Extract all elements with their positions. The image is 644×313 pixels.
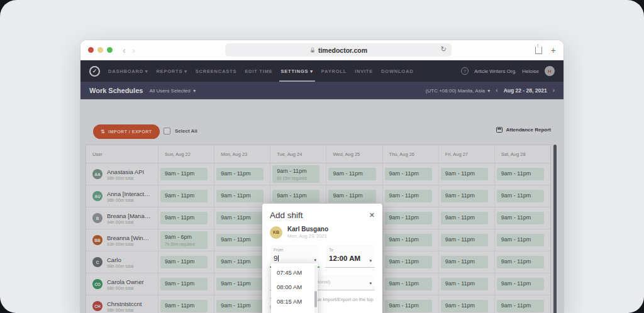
chrome-actions: + [535,46,556,55]
browser-window: ‹ › 🔒 timedoctor.com ↻ + ✓ DASHBOARD ▾RE… [80,40,564,313]
modal-header: Add shift ✕ [270,211,375,220]
web-page: ✓ DASHBOARD ▾REPORTS ▾SCREENCASTSEDIT TI… [80,60,564,313]
person-name: Karl Busgano [287,226,328,233]
address-bar[interactable]: 🔒 timedoctor.com ↻ [225,43,452,57]
chevron-down-icon: ▾ [369,258,372,263]
back-button[interactable]: ‹ [123,46,126,55]
share-icon[interactable] [535,47,542,54]
modal-title: Add shift [270,211,303,220]
modal-person: KB Karl Busgano Mon, Aug 23, 2021 [270,226,375,239]
lock-icon: 🔒 [309,47,316,53]
chevron-down-icon: ▾ [369,281,372,286]
close-window-button[interactable] [88,47,94,53]
browser-chrome: ‹ › 🔒 timedoctor.com ↻ + [80,40,564,60]
dropdown-scrollbar-thumb[interactable] [314,291,317,307]
screenshot-canvas: ‹ › 🔒 timedoctor.com ↻ + ✓ DASHBOARD ▾RE… [0,0,644,313]
time-options-list: 07:45 AM08:00 AM08:15 AM08:30 AM08:45 AM [271,265,318,313]
chevron-down-icon: ▾ [314,258,316,263]
person-date: Mon, Aug 23, 2021 [287,233,328,239]
minimize-window-button[interactable] [97,47,103,53]
person-avatar: KB [270,226,282,239]
url-text: timedoctor.com [318,47,367,54]
text-cursor [278,255,279,261]
time-option[interactable]: 08:00 AM [271,280,318,294]
time-option[interactable]: 08:15 AM [271,294,318,309]
add-shift-modal: Add shift ✕ KB Karl Busgano Mon, Aug 23,… [262,204,382,313]
background-surface: ‹ › 🔒 timedoctor.com ↻ + ✓ DASHBOARD ▾RE… [0,0,644,313]
time-options-dropdown: 07:45 AM08:00 AM08:15 AM08:30 AM08:45 AM [271,263,318,313]
new-tab-icon[interactable]: + [551,46,556,55]
time-option[interactable]: 08:30 AM [271,309,318,313]
refresh-icon[interactable]: ↻ [441,45,447,53]
time-option[interactable]: 07:45 AM [271,265,318,280]
forward-button[interactable]: › [132,46,135,55]
close-icon[interactable]: ✕ [369,212,375,219]
to-time-field[interactable]: To 12:00 AM ▾ [325,245,375,268]
zoom-window-button[interactable] [107,47,113,53]
